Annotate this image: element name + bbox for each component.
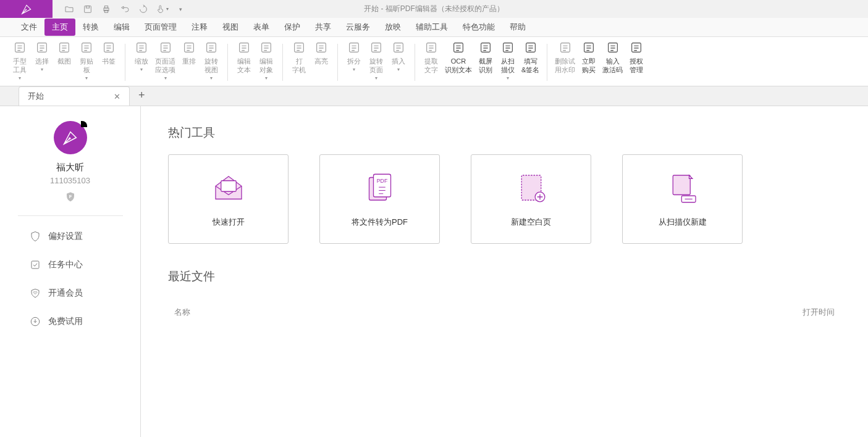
tool-card-quick-open[interactable]: 快速打开 — [168, 154, 289, 244]
ribbon-label: 截图 — [57, 57, 71, 65]
sidebar-item-preferences[interactable]: 偏好设置 — [0, 222, 140, 251]
heart-shield-icon — [30, 288, 41, 299]
ribbon-button[interactable]: 旋转 页面▾ — [365, 39, 387, 84]
ribbon-button[interactable]: 书签 — [98, 39, 120, 67]
ribbon-icon — [79, 40, 94, 55]
ribbon-icon — [101, 40, 116, 55]
ribbon-button[interactable]: 打 字机 — [288, 39, 310, 75]
sidebar-item-membership[interactable]: 开通会员 — [0, 279, 140, 307]
document-tab-start[interactable]: 开始 ✕ — [19, 86, 130, 106]
download-icon — [30, 316, 41, 327]
print-button[interactable] — [97, 0, 116, 18]
ribbon-button[interactable]: 填写 &签名 — [519, 39, 542, 75]
ribbon-button[interactable]: 重排 — [178, 39, 200, 67]
ribbon-label: 授权 管理 — [630, 57, 643, 74]
ribbon-button[interactable]: 编辑 对象▾ — [255, 39, 277, 84]
ribbon-button[interactable]: 从扫 描仪▾ — [497, 39, 519, 84]
ribbon-button[interactable]: 编辑 文本 — [233, 39, 255, 75]
ribbon-label: 填写 &签名 — [521, 57, 539, 74]
tool-card-from-scanner[interactable]: 从扫描仪新建 — [622, 154, 743, 244]
ribbon-icon — [581, 40, 596, 55]
tool-card-new-blank[interactable]: 新建空白页 — [471, 154, 591, 244]
ribbon-icon — [424, 40, 439, 55]
ribbon-button[interactable]: 提取 文字 — [420, 39, 442, 75]
ribbon-button[interactable]: 立即 购买 — [578, 39, 600, 75]
menu-features[interactable]: 特色功能 — [455, 19, 502, 36]
task-icon — [30, 259, 41, 270]
tool-card-label: 从扫描仪新建 — [659, 217, 707, 228]
touch-mode-button[interactable]: ▾ — [153, 0, 171, 18]
ribbon-icon — [204, 40, 219, 55]
menu-share[interactable]: 共享 — [308, 19, 339, 36]
ribbon-button[interactable]: 剪贴 板▾ — [75, 39, 98, 84]
menu-protect[interactable]: 保护 — [277, 19, 308, 36]
svg-rect-33 — [32, 261, 39, 268]
ribbon-icon — [314, 40, 329, 55]
sidebar-item-label: 开通会员 — [48, 288, 83, 299]
recent-col-name: 名称 — [174, 307, 190, 318]
ribbon-icon — [478, 40, 493, 55]
ribbon-button[interactable]: 授权 管理 — [625, 39, 647, 75]
sidebar-divider — [18, 215, 123, 216]
menu-accessibility[interactable]: 辅助工具 — [408, 19, 455, 36]
ribbon-button[interactable]: 手型 工具▾ — [9, 39, 31, 84]
close-tab-icon[interactable]: ✕ — [114, 92, 120, 101]
envelope-open-icon — [211, 171, 246, 206]
save-button[interactable] — [78, 0, 97, 18]
menu-annotate[interactable]: 注释 — [184, 19, 215, 36]
ribbon-button[interactable]: 插入▾ — [387, 39, 410, 75]
menu-present[interactable]: 放映 — [377, 19, 408, 36]
ribbon-label: 提取 文字 — [424, 57, 438, 74]
sidebar-item-tasks[interactable]: 任务中心 — [0, 251, 140, 279]
sidebar: 福大昕 111035103 F 偏好设置 任务中心 开通会员 免费试用 — [0, 106, 141, 437]
undo-button[interactable] — [116, 0, 134, 18]
user-avatar[interactable] — [54, 121, 87, 154]
menu-form[interactable]: 表单 — [246, 19, 277, 36]
menu-page-manage[interactable]: 页面管理 — [137, 19, 184, 36]
ribbon-button[interactable]: 缩放▾ — [130, 39, 153, 75]
qat-customize-button[interactable]: ▾ — [171, 0, 190, 18]
menu-help[interactable]: 帮助 — [502, 19, 533, 36]
tool-cards: 快速打开 PDF 将文件转为PDF 新建空白页 从扫描仪新建 — [168, 154, 841, 244]
ribbon-button[interactable]: 删除试 用水印 — [552, 39, 578, 75]
menu-file[interactable]: 文件 — [14, 19, 44, 36]
ribbon-icon — [259, 40, 274, 55]
ribbon-separator — [337, 44, 338, 81]
ribbon-separator — [227, 44, 228, 81]
open-file-button[interactable] — [60, 0, 78, 18]
ribbon-button[interactable]: 截图 — [53, 39, 75, 67]
chevron-down-icon: ▾ — [265, 74, 268, 83]
ribbon-icon — [369, 40, 384, 55]
ribbon-separator — [547, 44, 547, 81]
new-tab-button[interactable]: + — [130, 85, 154, 106]
app-logo[interactable] — [0, 0, 53, 18]
redo-button[interactable] — [134, 0, 153, 18]
sidebar-item-trial[interactable]: 免费试用 — [0, 307, 140, 336]
ribbon-button[interactable]: 截屏 识别 — [474, 39, 497, 75]
menu-home[interactable]: 主页 — [44, 19, 75, 36]
ribbon-button[interactable]: 高亮 — [310, 39, 332, 67]
ribbon-button[interactable]: 旋转 视图▾ — [200, 39, 222, 84]
ribbon-icon — [558, 40, 573, 55]
ribbon-button[interactable]: 输入 激活码 — [600, 39, 625, 75]
chevron-down-icon: ▾ — [19, 74, 21, 83]
ribbon-icon — [57, 40, 72, 55]
menu-cloud[interactable]: 云服务 — [339, 19, 377, 36]
ribbon-label: 编辑 文本 — [237, 57, 251, 74]
file-pdf-icon: PDF — [363, 171, 397, 206]
content-area: 热门工具 快速打开 PDF 将文件转为PDF 新建空白页 — [141, 106, 868, 437]
menu-view[interactable]: 视图 — [215, 19, 246, 36]
tool-card-convert-pdf[interactable]: PDF 将文件转为PDF — [319, 154, 440, 244]
svg-rect-4 — [104, 6, 107, 7]
ribbon-label: 高亮 — [314, 57, 328, 65]
ribbon-button[interactable]: 页面适 应选项▾ — [153, 39, 178, 84]
menu-edit[interactable]: 编辑 — [106, 19, 137, 36]
ribbon-button[interactable]: 拆分▾ — [343, 39, 365, 75]
svg-rect-2 — [86, 6, 89, 7]
tool-card-label: 将文件转为PDF — [352, 217, 408, 228]
ribbon: 手型 工具▾选择▾截图剪贴 板▾书签缩放▾页面适 应选项▾重排旋转 视图▾编辑 … — [0, 37, 868, 86]
menu-convert[interactable]: 转换 — [75, 19, 106, 36]
ribbon-button[interactable]: 选择▾ — [31, 39, 53, 75]
ribbon-button[interactable]: OCR 识别文本 — [442, 39, 474, 75]
ribbon-group: 手型 工具▾选择▾截图剪贴 板▾书签 — [5, 39, 124, 85]
